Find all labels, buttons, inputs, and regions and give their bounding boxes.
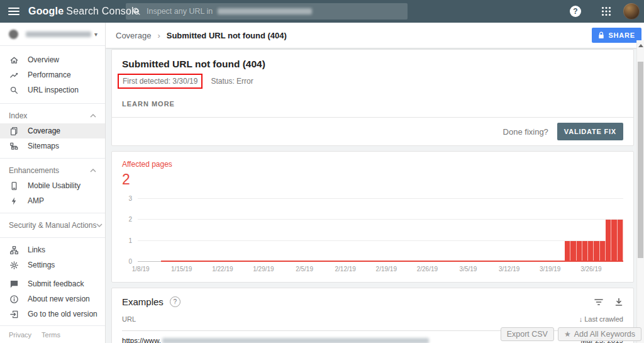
redacted-property-url [218, 8, 312, 14]
done-fixing-label: Done fixing? [503, 127, 548, 137]
sidebar-item-label: Performance [28, 70, 71, 79]
redacted-url [162, 338, 429, 343]
amp-icon [9, 196, 19, 206]
breadcrumb-coverage-link[interactable]: Coverage [116, 31, 151, 40]
issue-meta: First detected: 3/30/19 Status: Error [122, 76, 623, 87]
sidebar-item-label: Links [28, 245, 45, 254]
examples-title: Examples [122, 296, 164, 307]
performance-icon [9, 70, 19, 80]
add-all-keywords-button[interactable]: ★ Add All Keywords [558, 327, 641, 341]
chevron-up-icon [90, 114, 96, 118]
sidebar-footer: Privacy Terms [0, 325, 105, 343]
section-header-security-manual-actions[interactable]: Security & Manual Actions [0, 218, 105, 233]
affected-pages-card: Affected pages 2 0123 1/8/191/15/191/22/… [111, 151, 634, 283]
app-logo: GoogleSearch Console [28, 6, 140, 17]
sidebar-item-performance[interactable]: Performance [0, 67, 105, 82]
column-last-crawled-sort[interactable]: ↓ Last crawled [579, 315, 623, 323]
filter-icon[interactable] [594, 298, 604, 306]
sidebar-item-overview[interactable]: Overview [0, 52, 105, 67]
scrollbar-thumb[interactable] [638, 62, 643, 258]
sidebar-item-label: Coverage [28, 127, 60, 135]
share-label: SHARE [608, 31, 635, 39]
logo-google: Google [28, 6, 64, 16]
sidebar-section-index: Index Coverage Sitemaps [0, 104, 105, 159]
chevron-up-icon [90, 169, 96, 172]
sidebar-item-label: Go to the old version [28, 310, 97, 318]
home-icon [9, 55, 19, 65]
info-icon [9, 294, 19, 304]
sidebar-item-about-new-version[interactable]: About new version [0, 291, 105, 306]
sidebar-item-sitemaps[interactable]: Sitemaps [0, 138, 105, 154]
section-header-enhancements[interactable]: Enhancements [0, 163, 105, 178]
breadcrumb-current: Submitted URL not found (404) [167, 31, 287, 40]
breadcrumb-separator-icon: › [157, 31, 160, 40]
property-favicon [9, 30, 18, 39]
chevron-down-icon: ▾ [94, 31, 97, 38]
search-icon [132, 7, 141, 16]
sidebar-item-amp[interactable]: AMP [0, 193, 105, 208]
export-csv-button[interactable]: Export CSV [501, 327, 554, 341]
metric-value: 2 [122, 171, 623, 188]
coverage-icon [9, 126, 19, 136]
property-selector[interactable]: ▾ [0, 23, 105, 46]
sidebar-item-url-inspection[interactable]: URL inspection [0, 82, 105, 98]
sidebar-item-go-to-old-version[interactable]: Go to the old version [0, 306, 105, 322]
main-content: Coverage › Submitted URL not found (404)… [106, 23, 644, 343]
sort-arrow-icon: ↓ [579, 315, 583, 323]
topbar: GoogleSearch Console Inspect any URL in … [0, 0, 644, 23]
sidebar-item-label: URL inspection [28, 86, 79, 94]
chart-y-axis: 0123 [122, 199, 133, 262]
settings-icon [9, 260, 19, 270]
feedback-icon [9, 279, 19, 289]
sidebar-item-label: Sitemaps [28, 142, 59, 150]
add-all-keywords-label: Add All Keywords [574, 330, 635, 339]
sidebar-item-mobile-usability[interactable]: Mobile Usability [0, 178, 105, 193]
section-label: Enhancements [9, 166, 59, 175]
sitemaps-icon [9, 141, 19, 151]
sidebar-item-settings[interactable]: Settings [0, 257, 105, 273]
apps-grid-icon[interactable] [601, 6, 612, 17]
download-icon[interactable] [614, 298, 623, 306]
section-label: Security & Manual Actions [9, 221, 96, 230]
learn-more-link[interactable]: LEARN MORE [122, 100, 175, 117]
section-header-index[interactable]: Index [0, 108, 105, 123]
url-prefix: https://www. [122, 337, 161, 343]
star-icon: ★ [564, 330, 571, 339]
metric-label: Affected pages [122, 160, 623, 169]
search-placeholder: Inspect any URL in [147, 7, 213, 16]
avatar[interactable] [623, 3, 640, 20]
help-circle-icon[interactable]: ? [170, 296, 180, 307]
sidebar-bottom: Submit feedback About new version Go to … [0, 273, 105, 343]
issue-status: Status: Error [211, 77, 253, 86]
breadcrumb-bar: Coverage › Submitted URL not found (404)… [106, 23, 644, 48]
chart-plot [138, 199, 623, 262]
terms-link[interactable]: Terms [42, 331, 60, 339]
affected-pages-chart: 0123 1/8/191/15/191/22/191/29/192/5/192/… [122, 199, 623, 282]
mobile-icon [9, 181, 19, 191]
issue-detail-card: Submitted URL not found (404) First dete… [111, 49, 634, 146]
share-button[interactable]: SHARE [592, 28, 641, 43]
lock-icon [598, 31, 604, 39]
keywords-extension-overlay: Export CSV ★ Add All Keywords [501, 327, 641, 341]
help-icon[interactable]: ? [570, 6, 581, 17]
scroll-up-arrow-icon[interactable] [638, 44, 643, 47]
sidebar-section-enhancements: Enhancements Mobile Usability AMP [0, 159, 105, 213]
sidebar-item-coverage[interactable]: Coverage [0, 123, 105, 138]
sidebar: ▾ Overview Performance URL inspection In… [0, 23, 106, 343]
sidebar-item-links[interactable]: Links [0, 242, 105, 257]
section-label: Index [9, 111, 27, 120]
sidebar-group-main: Overview Performance URL inspection [0, 46, 105, 104]
sidebar-item-label: About new version [28, 295, 90, 303]
sidebar-item-label: Mobile Usability [28, 181, 80, 190]
hamburger-menu-icon[interactable] [8, 8, 19, 15]
scrollbar-track[interactable] [636, 40, 644, 343]
links-icon [9, 245, 19, 255]
validate-fix-button[interactable]: VALIDATE FIX [557, 123, 623, 140]
url-inspect-search-input[interactable]: Inspect any URL in [126, 3, 408, 20]
sidebar-item-label: AMP [28, 196, 44, 205]
privacy-link[interactable]: Privacy [9, 331, 31, 339]
search-icon [9, 85, 19, 95]
row-url: https://www. [122, 337, 429, 343]
sidebar-item-submit-feedback[interactable]: Submit feedback [0, 276, 105, 291]
chart-x-axis: 1/8/191/15/191/22/191/29/192/5/192/12/19… [138, 262, 623, 273]
